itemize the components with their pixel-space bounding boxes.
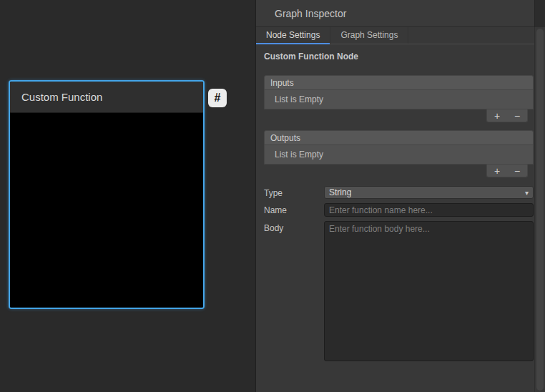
inputs-remove-button[interactable]: − <box>514 111 520 121</box>
node-settings-fields: Type String ▾ Name Body <box>264 186 534 361</box>
scrollbar-track[interactable] <box>534 27 545 392</box>
inspector-tabs: Node Settings Graph Settings <box>256 27 545 44</box>
inputs-add-button[interactable]: + <box>494 111 500 121</box>
chevron-down-icon: ▾ <box>525 189 529 197</box>
inputs-list: Inputs List is Empty + − <box>264 75 534 122</box>
type-label: Type <box>264 186 324 198</box>
function-body-input[interactable] <box>324 221 534 361</box>
hash-badge-icon[interactable]: # <box>208 89 227 107</box>
inputs-list-empty-row: List is Empty <box>264 90 534 109</box>
inputs-list-header[interactable]: Inputs <box>264 75 534 90</box>
graph-inspector-panel: Graph Inspector Node Settings Graph Sett… <box>255 0 545 392</box>
type-dropdown-value: String <box>329 187 351 197</box>
inspector-header[interactable]: Graph Inspector <box>256 0 545 27</box>
name-label: Name <box>264 203 324 215</box>
outputs-list-footer: + − <box>486 165 528 177</box>
outputs-remove-button[interactable]: − <box>514 166 520 176</box>
inspector-content: Custom Function Node Inputs List is Empt… <box>256 44 545 361</box>
inspector-title: Graph Inspector <box>275 8 346 19</box>
outputs-list: Outputs List is Empty + − <box>264 130 534 177</box>
tab-node-settings[interactable]: Node Settings <box>256 27 330 44</box>
type-dropdown[interactable]: String ▾ <box>324 186 534 199</box>
outputs-list-empty-row: List is Empty <box>264 145 534 165</box>
function-name-input[interactable] <box>324 203 534 217</box>
body-label: Body <box>264 221 324 233</box>
node-header[interactable]: Custom Function <box>10 82 203 113</box>
body-row: Body <box>264 221 534 361</box>
outputs-add-button[interactable]: + <box>494 166 500 176</box>
outputs-list-header[interactable]: Outputs <box>264 130 534 145</box>
section-title: Custom Function Node <box>264 52 534 62</box>
scrollbar-thumb[interactable] <box>536 29 544 391</box>
tab-graph-settings[interactable]: Graph Settings <box>330 27 408 44</box>
scrollbar-corner <box>534 0 545 27</box>
inputs-list-footer: + − <box>486 109 528 122</box>
custom-function-node[interactable]: Custom Function <box>9 80 205 309</box>
node-title: Custom Function <box>21 91 102 103</box>
name-row: Name <box>264 203 534 217</box>
shader-graph-canvas[interactable]: Custom Function # Graph Inspector Node S… <box>0 0 545 392</box>
node-body <box>10 113 203 308</box>
type-row: Type String ▾ <box>264 186 534 199</box>
